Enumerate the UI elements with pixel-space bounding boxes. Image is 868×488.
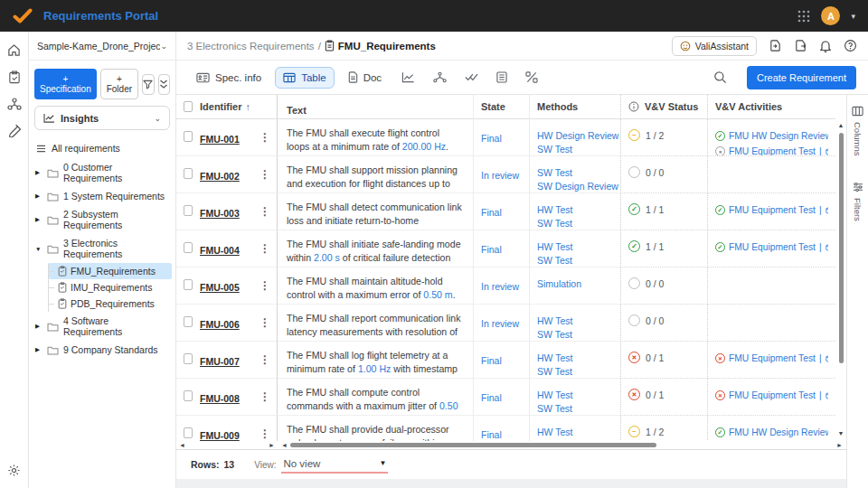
tree-folder-item[interactable]: ▶0 Customer Requirements: [33, 158, 172, 187]
table-row[interactable]: FMU-004⋮The FMU shall initiate safe-land…: [176, 230, 846, 267]
tree-folder-item[interactable]: ▼3 Electronics Requirements: [33, 234, 172, 263]
method-link[interactable]: SW Test: [537, 328, 613, 342]
tab-table[interactable]: Table: [275, 67, 335, 89]
row-menu-icon[interactable]: ⋮: [259, 390, 270, 403]
method-link[interactable]: SW Test: [537, 365, 613, 379]
method-link[interactable]: HW Test: [537, 203, 613, 217]
filters-panel-tab[interactable]: Filters: [853, 182, 863, 221]
method-link[interactable]: HW Test: [537, 426, 613, 439]
row-checkbox[interactable]: [184, 131, 193, 142]
row-menu-icon[interactable]: ⋮: [259, 316, 270, 329]
row-checkbox[interactable]: [184, 353, 193, 364]
scroll-left-icon[interactable]: ◄: [281, 442, 288, 449]
project-selector[interactable]: Sample-Kame_Drone_Project ⌄: [29, 32, 175, 61]
collapse-all-icon[interactable]: [158, 74, 170, 95]
tree-spec-item[interactable]: IMU_Requirements: [49, 279, 172, 296]
scroll-up-icon[interactable]: ▲: [838, 122, 844, 129]
method-link[interactable]: SW Test: [537, 143, 613, 156]
vali-assistant-button[interactable]: ValiAssistant: [672, 36, 757, 56]
method-link[interactable]: HW Test: [537, 240, 613, 254]
column-header-state[interactable]: State: [474, 95, 530, 119]
method-link[interactable]: SW Test: [537, 254, 613, 267]
row-menu-icon[interactable]: ⋮: [259, 427, 270, 440]
add-specification-button[interactable]: + Specification: [34, 69, 97, 99]
row-menu-icon[interactable]: ⋮: [259, 168, 270, 181]
row-menu-icon[interactable]: ⋮: [259, 242, 270, 255]
row-checkbox[interactable]: [184, 205, 193, 216]
export-icon[interactable]: [794, 39, 807, 52]
notifications-bell-icon[interactable]: [819, 39, 832, 52]
row-checkbox[interactable]: [184, 168, 193, 179]
verification-checks-icon[interactable]: [458, 69, 485, 86]
tests-icon[interactable]: [8, 124, 21, 137]
import-icon[interactable]: [769, 39, 782, 52]
row-menu-icon[interactable]: ⋮: [259, 205, 270, 218]
tree-spec-item[interactable]: PDB_Requirements: [49, 296, 172, 312]
all-requirements-item[interactable]: All requirements: [33, 138, 172, 158]
scroll-down-icon[interactable]: ▼: [838, 430, 844, 437]
row-menu-icon[interactable]: ⋮: [259, 131, 270, 144]
vv-activity-link[interactable]: FMU HW Design Review: [729, 131, 828, 141]
method-link[interactable]: HW Design Review: [537, 129, 613, 143]
scroll-right-icon[interactable]: ►: [269, 442, 275, 449]
method-link[interactable]: SW Test: [537, 402, 613, 416]
vv-activity-link[interactable]: FMU Equipment Test: [729, 390, 816, 400]
tree-collapsed-arrow-icon[interactable]: ▶: [35, 323, 42, 330]
search-icon[interactable]: [707, 67, 733, 88]
column-header-text[interactable]: Text: [278, 95, 474, 119]
tree-spec-item[interactable]: FMU_Requirements: [49, 263, 172, 279]
requirement-id-link[interactable]: FMU-006: [200, 319, 240, 330]
hierarchy-view-icon[interactable]: [427, 68, 453, 87]
row-checkbox[interactable]: [184, 390, 193, 401]
tree-collapsed-arrow-icon[interactable]: ▶: [35, 169, 42, 176]
tree-folder-item[interactable]: ▶2 Subsystem Requirements: [33, 205, 172, 234]
row-checkbox[interactable]: [184, 279, 193, 290]
table-row[interactable]: FMU-003⋮The FMU shall detect communicati…: [176, 193, 846, 230]
tree-folder-item[interactable]: ▶1 System Requirements: [33, 187, 172, 205]
matrix-view-icon[interactable]: [490, 68, 514, 87]
method-link[interactable]: HW Test: [537, 352, 613, 365]
specifications-icon[interactable]: [8, 70, 21, 84]
method-link[interactable]: HW Test: [537, 314, 613, 328]
avatar[interactable]: A: [821, 6, 840, 25]
apps-grid-icon[interactable]: [797, 10, 810, 23]
breadcrumb-parent[interactable]: 3 Electronics Requirements: [187, 41, 315, 52]
components-icon[interactable]: [7, 98, 22, 110]
table-row[interactable]: FMU-006⋮The FMU shall report communicati…: [176, 305, 846, 342]
requirement-id-link[interactable]: FMU-007: [200, 356, 240, 367]
tree-folder-item[interactable]: ▶4 Software Requirements: [33, 312, 172, 341]
horizontal-scroll-thumb[interactable]: [290, 443, 656, 447]
tab-doc[interactable]: Doc: [340, 66, 390, 89]
tab-spec-info[interactable]: Spec. info: [188, 67, 269, 89]
method-link[interactable]: SW Design Review: [537, 180, 613, 193]
help-icon[interactable]: [844, 39, 857, 52]
vv-activity-link[interactable]: FMU Equipment Test: [729, 242, 816, 252]
create-requirement-button[interactable]: Create Requirement: [747, 66, 856, 89]
column-header-methods[interactable]: Methods: [530, 95, 620, 119]
table-row[interactable]: FMU-007⋮The FMU shall log flight telemet…: [176, 342, 846, 379]
method-link[interactable]: HW Design Review: [537, 439, 613, 441]
method-link[interactable]: SW Test: [537, 166, 613, 180]
requirement-id-link[interactable]: FMU-004: [200, 245, 240, 256]
tree-folder-item[interactable]: ▶9 Company Standards: [33, 341, 172, 359]
insights-view-icon[interactable]: [395, 68, 421, 87]
filter-funnel-icon[interactable]: [142, 74, 154, 95]
requirement-id-link[interactable]: FMU-001: [200, 134, 240, 145]
requirement-id-link[interactable]: FMU-005: [200, 282, 240, 293]
requirement-id-link[interactable]: FMU-003: [200, 208, 240, 219]
requirement-id-link[interactable]: FMU-009: [200, 430, 240, 441]
method-link[interactable]: Simulation: [537, 277, 613, 291]
home-icon[interactable]: [7, 43, 21, 57]
view-select[interactable]: No view ▼: [281, 456, 388, 474]
row-checkbox[interactable]: [184, 427, 193, 438]
table-row[interactable]: FMU-005⋮The FMU shall maintain altitude-…: [176, 267, 846, 305]
table-row[interactable]: FMU-001⋮The FMU shall execute flight con…: [176, 119, 846, 156]
sort-asc-icon[interactable]: ↑: [245, 101, 250, 112]
coverage-icon[interactable]: [519, 68, 544, 87]
vv-activity-link[interactable]: FMU HW Design Review: [729, 427, 828, 437]
vv-activity-link[interactable]: FMU Equipment Test: [729, 205, 816, 215]
table-row[interactable]: FMU-008⋮The FMU shall compute control co…: [176, 379, 846, 416]
tree-expanded-arrow-icon[interactable]: ▼: [35, 246, 42, 252]
method-link[interactable]: SW Test: [537, 217, 613, 230]
table-row[interactable]: FMU-009⋮The FMU shall provide dual-proce…: [176, 416, 846, 441]
